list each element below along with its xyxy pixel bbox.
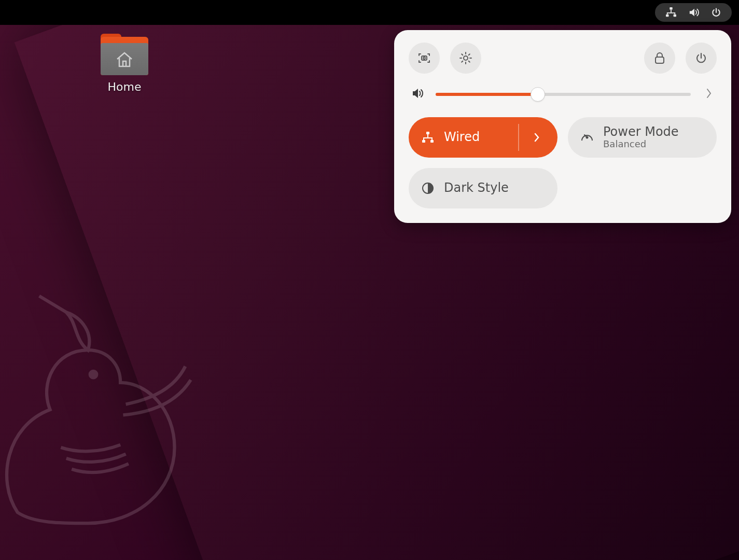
desktop-home-folder[interactable]: Home	[91, 34, 158, 93]
volume-speaker-icon	[412, 87, 425, 102]
home-icon	[114, 50, 135, 68]
volume-slider[interactable]	[436, 89, 691, 100]
chevron-right-icon	[705, 87, 713, 100]
wired-label: Wired	[444, 130, 513, 145]
svg-point-11	[587, 137, 588, 138]
svg-point-0	[90, 371, 97, 378]
network-wired-icon	[420, 131, 436, 144]
power-icon	[694, 51, 708, 65]
volume-expand-button[interactable]	[701, 85, 717, 104]
volume-icon	[688, 7, 700, 18]
svg-rect-2	[666, 15, 668, 17]
power-icon	[711, 7, 721, 18]
svg-rect-1	[670, 7, 672, 10]
quick-settings-top-row	[409, 43, 717, 74]
volume-row	[409, 85, 717, 104]
power-mode-toggle[interactable]: Power Mode Balanced	[568, 117, 717, 158]
wired-submenu-button[interactable]	[521, 122, 552, 153]
screenshot-button[interactable]	[409, 43, 440, 74]
svg-rect-9	[422, 140, 425, 143]
power-mode-icon	[579, 130, 595, 145]
svg-rect-8	[426, 132, 429, 134]
power-mode-label: Power Mode	[603, 125, 712, 139]
folder-icon	[101, 34, 148, 75]
gear-icon	[458, 51, 473, 65]
svg-point-6	[464, 56, 468, 60]
chevron-right-icon	[533, 131, 540, 144]
svg-point-5	[423, 57, 425, 59]
svg-rect-10	[430, 140, 434, 143]
desktop-home-label: Home	[108, 80, 142, 93]
top-bar	[0, 0, 739, 25]
dark-style-label: Dark Style	[444, 181, 552, 195]
lock-button[interactable]	[644, 43, 675, 74]
network-wired-icon	[665, 7, 677, 18]
settings-button[interactable]	[450, 43, 481, 74]
dark-style-icon	[420, 181, 436, 195]
dark-style-toggle[interactable]: Dark Style	[409, 168, 557, 208]
system-tray[interactable]	[655, 3, 732, 22]
screenshot-icon	[417, 51, 431, 65]
quick-settings-panel: Wired Power Mode Balanced	[394, 30, 731, 223]
power-menu-button[interactable]	[686, 43, 717, 74]
svg-rect-3	[674, 15, 676, 17]
ubuntu-mascot	[0, 285, 202, 534]
quick-toggle-grid: Wired Power Mode Balanced	[409, 117, 717, 208]
svg-rect-7	[656, 57, 664, 63]
wired-network-toggle[interactable]: Wired	[409, 117, 557, 158]
power-mode-value: Balanced	[603, 139, 712, 150]
lock-icon	[653, 51, 666, 65]
